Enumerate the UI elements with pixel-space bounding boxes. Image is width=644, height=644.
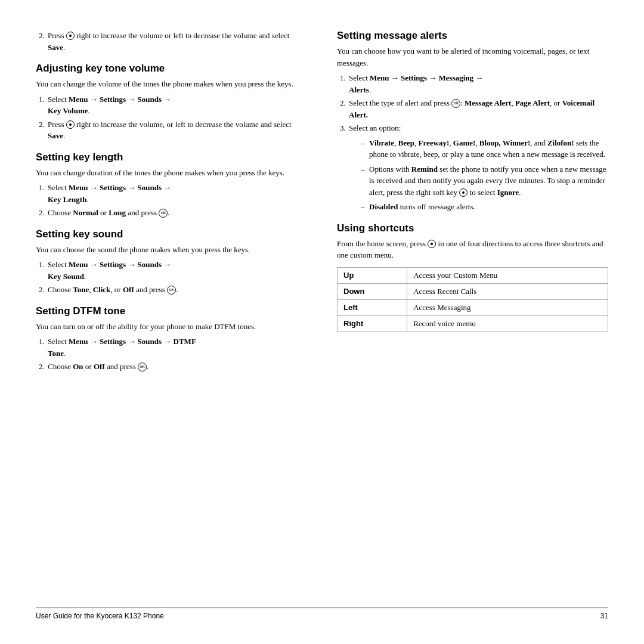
nav-icon-4 — [428, 240, 436, 248]
table-row-right: Right Record voice memo — [338, 315, 608, 332]
intro-item-2: Press right to increase the volume or le… — [47, 30, 307, 53]
direction-left: Left — [338, 299, 407, 315]
key-sound-steps: Select Menu → Settings → Sounds → Key So… — [47, 259, 307, 296]
option-disabled: Disabled turns off message alerts. — [361, 201, 608, 213]
ok-icon-3: ok — [138, 363, 147, 371]
direction-down: Down — [338, 283, 407, 299]
footer-text: User Guide for the Kyocera K132 Phone — [36, 612, 164, 620]
ok-icon: ok — [159, 209, 168, 218]
left-column: Press right to increase the volume or le… — [36, 30, 313, 602]
msg-alerts-step-2: Select the type of alert and press ok: M… — [348, 97, 608, 120]
ok-icon-4: ok — [451, 99, 460, 108]
key-sound-step-2: Choose Tone, Click, or Off and press ok. — [47, 284, 307, 296]
section-desc-key-length: You can change duration of the tones the… — [36, 167, 307, 179]
msg-alerts-step-3: Select an option: Vibrate, Beep, Freeway… — [348, 122, 608, 213]
page-footer: User Guide for the Kyocera K132 Phone 31 — [36, 608, 608, 620]
key-length-steps: Select Menu → Settings → Sounds → Key Le… — [47, 182, 307, 219]
key-tone-step-1: Select Menu → Settings → Sounds → Key Vo… — [47, 94, 307, 117]
dtfm-steps: Select Menu → Settings → Sounds → DTMF T… — [47, 336, 307, 373]
direction-right: Right — [338, 315, 407, 332]
section-desc-shortcuts: From the home screen, press in one of fo… — [337, 238, 608, 261]
right-column: Setting message alerts You can choose ho… — [331, 30, 608, 602]
section-title-msg-alerts: Setting message alerts — [337, 30, 608, 42]
key-tone-steps: Select Menu → Settings → Sounds → Key Vo… — [47, 94, 307, 142]
action-left: Access Messaging — [407, 299, 608, 315]
table-row-up: Up Access your Custom Menu — [338, 267, 608, 283]
action-right: Record voice memo — [407, 315, 608, 332]
table-row-down: Down Access Recent Calls — [338, 283, 608, 299]
shortcuts-table: Up Access your Custom Menu Down Access R… — [337, 267, 608, 332]
dtfm-step-2: Choose On or Off and press ok. — [47, 361, 307, 373]
intro-list: Press right to increase the volume or le… — [47, 30, 307, 53]
msg-alerts-steps: Select Menu → Settings → Messaging → Ale… — [348, 72, 608, 213]
nav-icon-3 — [459, 188, 467, 197]
section-title-key-sound: Setting key sound — [36, 228, 307, 240]
key-length-step-2: Choose Normal or Long and press ok. — [47, 207, 307, 219]
direction-up: Up — [338, 267, 407, 283]
msg-alerts-options: Vibrate, Beep, Freeway!, Game!, Bloop, W… — [361, 137, 608, 213]
section-desc-dtfm: You can turn on or off the ability for y… — [36, 321, 307, 333]
option-vibrate: Vibrate, Beep, Freeway!, Game!, Bloop, W… — [361, 137, 608, 160]
nav-icon — [66, 32, 75, 40]
key-tone-step-2: Press right to increase the volume, or l… — [47, 119, 307, 142]
section-title-key-length: Setting key length — [36, 151, 307, 163]
table-row-left: Left Access Messaging — [338, 299, 608, 315]
action-up: Access your Custom Menu — [407, 267, 608, 283]
option-remind: Options with Remind set the phone to not… — [361, 163, 608, 199]
msg-alerts-step-1: Select Menu → Settings → Messaging → Ale… — [348, 72, 608, 95]
section-title-dtfm: Setting DTFM tone — [36, 305, 307, 317]
footer-page-number: 31 — [600, 612, 608, 620]
nav-icon-2 — [66, 120, 75, 129]
section-desc-key-tone: You can change the volume of the tones t… — [36, 78, 307, 90]
section-title-key-tone: Adjusting key tone volume — [36, 63, 307, 75]
key-length-step-1: Select Menu → Settings → Sounds → Key Le… — [47, 182, 307, 205]
ok-icon-2: ok — [167, 286, 176, 295]
section-title-shortcuts: Using shortcuts — [337, 222, 608, 234]
dtfm-step-1: Select Menu → Settings → Sounds → DTMF T… — [47, 336, 307, 359]
section-desc-msg-alerts: You can choose how you want to be alerte… — [337, 45, 608, 69]
page: Press right to increase the volume or le… — [0, 0, 644, 644]
content-area: Press right to increase the volume or le… — [36, 30, 608, 602]
key-sound-step-1: Select Menu → Settings → Sounds → Key So… — [47, 259, 307, 282]
section-desc-key-sound: You can choose the sound the phone makes… — [36, 244, 307, 256]
action-down: Access Recent Calls — [407, 283, 608, 299]
